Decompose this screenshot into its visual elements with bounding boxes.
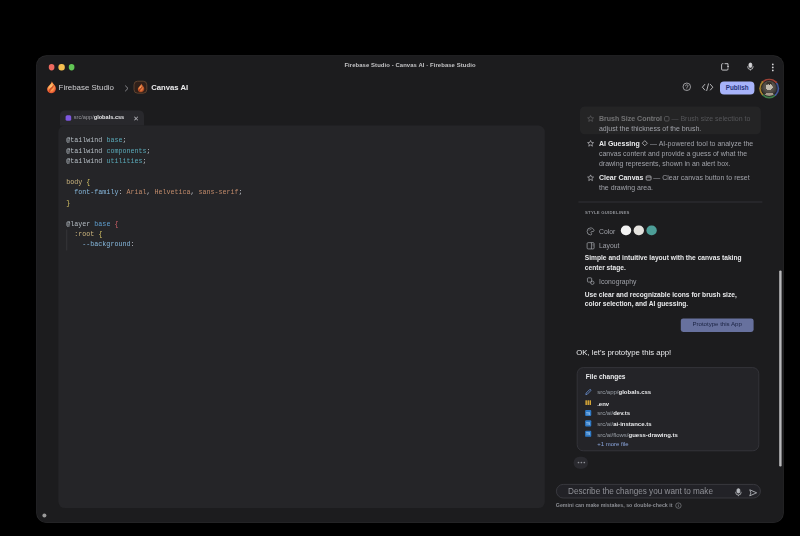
svg-text:TS: TS xyxy=(586,412,591,416)
svg-text:TS: TS xyxy=(586,422,591,426)
svg-text:TS: TS xyxy=(586,432,591,436)
